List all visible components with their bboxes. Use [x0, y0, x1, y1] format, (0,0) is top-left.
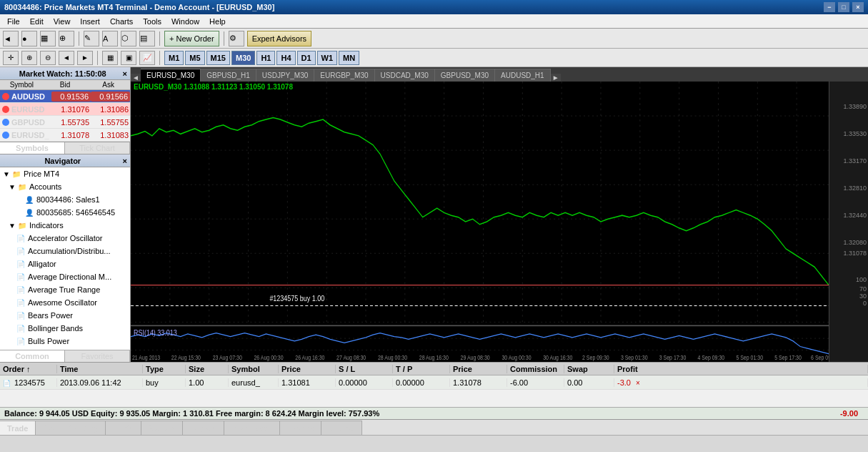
tf-scroll-left[interactable]: ◄	[59, 51, 74, 65]
mw-row-eurusd[interactable]: EURUSD 1.31076 1.31086	[0, 103, 130, 116]
new-order-button[interactable]: + New Order	[164, 31, 219, 46]
col-type[interactable]: Type	[143, 365, 186, 373]
mw-row-gbpusd[interactable]: GBPUSD 1.55735 1.55755	[0, 116, 130, 129]
col-commission[interactable]: Commission	[507, 365, 564, 373]
toolbar-btn-3[interactable]: ▦	[40, 31, 56, 46]
tf-m1[interactable]: M1	[164, 51, 184, 65]
nav-account-2[interactable]: ▶ 👤 80035685: 546546545	[0, 206, 130, 219]
tab-favorites[interactable]: Favorites	[65, 350, 130, 362]
nav-indicator-9[interactable]: 📄 Bulls Power	[0, 335, 130, 348]
menu-charts[interactable]: Charts	[106, 16, 137, 27]
col-swap[interactable]: Swap	[564, 365, 614, 373]
col-price-open[interactable]: Price	[279, 365, 336, 373]
main-layout: Market Watch: 11:50:08 × Symbol Bid Ask …	[0, 67, 868, 362]
chart-canvas-area[interactable]: EURUSD_M30 1.31088 1.31123 1.31050 1.310…	[131, 82, 829, 362]
market-watch-close[interactable]: ×	[123, 69, 127, 78]
nav-indicator-1[interactable]: 📄 Accelerator Oscillator	[0, 232, 130, 245]
tab-mailbox[interactable]: Mailbox	[141, 421, 184, 435]
tab-common[interactable]: Common	[0, 350, 65, 362]
title-controls[interactable]: − □ ×	[824, 2, 864, 12]
toolbar-btn-2[interactable]: ●	[21, 31, 37, 46]
toolbar-btn-6[interactable]: A	[102, 31, 118, 46]
tab-experts[interactable]: Experts	[280, 421, 321, 435]
tf-m5[interactable]: M5	[185, 51, 204, 65]
col-tp[interactable]: T / P	[393, 365, 450, 373]
tab-account-history[interactable]: Account History	[36, 421, 106, 435]
tab-tick-chart[interactable]: Tick Chart	[65, 142, 130, 154]
mw-row-eurusd2[interactable]: EURUSD_ 1.31078 1.31083	[0, 129, 130, 142]
tab-alerts[interactable]: Alerts	[106, 421, 141, 435]
tf-m15[interactable]: M15	[206, 51, 230, 65]
col-profit[interactable]: Profit	[614, 365, 868, 373]
col-time[interactable]: Time	[57, 365, 143, 373]
chart-tab-usdjpy-m30[interactable]: USDJPY_M30	[256, 69, 314, 82]
navigator: Navigator × ▼ 📁 Price MT4 ▼ 📁 Accounts	[0, 154, 130, 350]
toolbar-btn-4[interactable]: ⊕	[59, 31, 74, 46]
tab-signals[interactable]: Signals	[183, 421, 224, 435]
maximize-button[interactable]: □	[838, 2, 849, 12]
order-row-1234575[interactable]: 📄 1234575 2013.09.06 11:42 buy 1.00 euru…	[0, 375, 868, 390]
nav-indicator-4[interactable]: 📄 Average Directional M...	[0, 270, 130, 283]
menu-insert[interactable]: Insert	[76, 16, 104, 27]
tf-m30[interactable]: M30	[231, 51, 255, 65]
menu-help[interactable]: Help	[205, 16, 230, 27]
chart-tab-eurusd-m30[interactable]: EURUSD_M30	[141, 69, 201, 82]
menu-view[interactable]: View	[49, 16, 75, 27]
nav-indicator-6[interactable]: 📄 Awesome Oscillator	[0, 296, 130, 309]
col-size[interactable]: Size	[186, 365, 229, 373]
col-sl[interactable]: S / L	[336, 365, 393, 373]
tab-journal[interactable]: Journal	[321, 421, 362, 435]
close-order-btn[interactable]: ×	[636, 379, 640, 387]
nav-indicator-7[interactable]: 📄 Bears Power	[0, 309, 130, 322]
nav-price-mt4[interactable]: ▼ 📁 Price MT4	[0, 167, 130, 180]
expert-advisors-button[interactable]: Expert Advisors	[247, 31, 311, 46]
tf-zoom-in[interactable]: ⊕	[21, 51, 37, 65]
chart-tab-eurgbp-m30[interactable]: EURGBP_M30	[314, 69, 374, 82]
chart-tab-scroll-left[interactable]: ◄	[131, 74, 141, 82]
toolbar-btn-8[interactable]: ▤	[139, 31, 155, 46]
tf-scroll-right[interactable]: ►	[77, 51, 93, 65]
toolbar-btn-7[interactable]: ⬡	[121, 31, 136, 46]
svg-text:3 Sep 17:30: 3 Sep 17:30	[659, 355, 687, 362]
chart-tab-usdcad-m30[interactable]: USDCAD_M30	[375, 69, 435, 82]
tf-h4[interactable]: H4	[276, 51, 295, 65]
tf-d1[interactable]: D1	[297, 51, 316, 65]
col-order[interactable]: Order ↑	[0, 365, 57, 373]
tf-chart-candle[interactable]: ▣	[121, 51, 136, 65]
nav-indicator-3[interactable]: 📄 Alligator	[0, 257, 130, 270]
col-symbol[interactable]: Symbol	[229, 365, 279, 373]
nav-accounts[interactable]: ▼ 📁 Accounts	[0, 180, 130, 193]
tab-symbols[interactable]: Symbols	[0, 142, 65, 154]
nav-indicators[interactable]: ▼ 📁 Indicators	[0, 219, 130, 232]
menu-file[interactable]: File	[3, 16, 24, 27]
chart-tab-scroll-right[interactable]: ►	[551, 74, 561, 82]
toolbar-btn-5[interactable]: ✎	[84, 31, 99, 46]
nav-indicator-8[interactable]: 📄 Bollinger Bands	[0, 322, 130, 335]
sep2	[159, 31, 160, 46]
close-button[interactable]: ×	[852, 2, 864, 12]
nav-account-1[interactable]: ▶ 👤 80034486: Sales1	[0, 193, 130, 206]
menu-window[interactable]: Window	[167, 16, 204, 27]
nav-indicator-5[interactable]: 📄 Average True Range	[0, 283, 130, 296]
navigator-close[interactable]: ×	[123, 157, 127, 165]
chart-tab-audusd-h1[interactable]: AUDUSD_H1	[495, 69, 551, 82]
tf-h1[interactable]: H1	[256, 51, 275, 65]
tf-w1[interactable]: W1	[317, 51, 338, 65]
tf-zoom-out[interactable]: ⊖	[40, 51, 56, 65]
menu-tools[interactable]: Tools	[139, 16, 166, 27]
tab-trade[interactable]: Trade	[0, 421, 36, 435]
col-price-cur[interactable]: Price	[450, 365, 507, 373]
expert-icon-btn[interactable]: ⚙	[229, 31, 244, 46]
mw-row-audusd[interactable]: AUDUSD 0.91536 0.91566	[0, 90, 130, 103]
chart-tab-gbpusd-m30[interactable]: GBPUSD_M30	[435, 69, 495, 82]
tf-chart-line[interactable]: 📈	[139, 51, 155, 65]
tab-code-base[interactable]: Code Base:	[224, 421, 280, 435]
nav-indicator-2[interactable]: 📄 Accumulation/Distribu...	[0, 245, 130, 257]
tf-mn[interactable]: MN	[339, 51, 359, 65]
chart-tab-gbpusd-h1[interactable]: GBPUSD_H1	[201, 69, 256, 82]
toolbar-btn-1[interactable]: ◄	[3, 31, 19, 46]
tf-chart-bar[interactable]: ▦	[102, 51, 118, 65]
menu-edit[interactable]: Edit	[26, 16, 48, 27]
minimize-button[interactable]: −	[824, 2, 835, 12]
tf-crosshair[interactable]: ✛	[3, 51, 19, 65]
